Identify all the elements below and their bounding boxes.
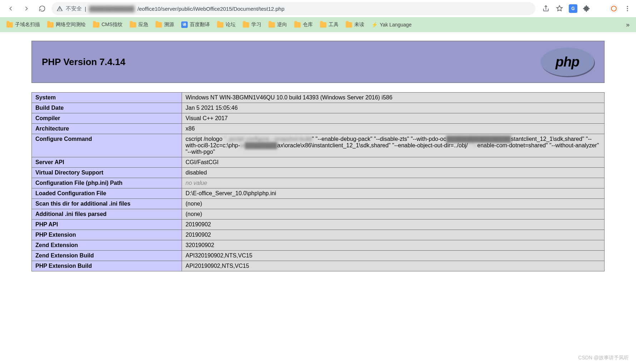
folder-icon [93,22,99,28]
folder-icon [243,22,249,28]
bookmark-item[interactable]: 译百度翻译 [178,20,213,29]
browser-navigation-bar: 不安全 | ████████████ /eoffice10/server/pub… [0,0,636,17]
bookmark-item[interactable]: 学习 [240,20,264,29]
url-host-blurred: ████████████ [89,6,135,12]
phpinfo-key: Scan this dir for additional .ini files [32,199,182,209]
address-bar[interactable]: 不安全 | ████████████ /eoffice10/server/pub… [51,2,535,15]
table-row: Configuration File (php.ini) Pathno valu… [32,178,605,188]
panel-icon[interactable] [596,4,605,13]
folder-icon [156,22,162,28]
phpinfo-value: 20190902 [182,230,605,240]
php-logo: php [541,48,594,76]
folder-icon [47,22,54,28]
phpinfo-value: Windows NT WIN-3BGMN1V46QU 10.0 build 14… [182,93,605,103]
phpinfo-table: SystemWindows NT WIN-3BGMN1V46QU 10.0 bu… [31,92,605,271]
table-row: CompilerVisual C++ 2017 [32,113,605,124]
browser-toolbar-icons: G [542,4,632,13]
phpinfo-key: Virtual Directory Support [32,168,182,178]
bookmark-label: 未读 [354,21,364,28]
bookmarks-bar: 子域名扫描网络空间测绘CMS指纹应急溯源译百度翻译论坛学习逆向仓库工具未读⚡Ya… [0,17,636,32]
table-row: Zend Extension320190902 [32,240,605,251]
phpinfo-value: cscript /nologo "..jscript configure --s… [182,134,605,157]
phpinfo-value: disabled [182,168,605,178]
url-path: /eoffice10/server/public/iWebOffice2015/… [137,6,284,12]
table-row: Scan this dir for additional .ini files(… [32,199,605,209]
bookmark-item[interactable]: 论坛 [214,20,238,29]
bookmark-item[interactable]: 逆向 [266,20,290,29]
table-row: PHP Extension20190902 [32,230,605,240]
phpinfo-value: (none) [182,199,605,209]
google-translate-icon[interactable]: G [569,4,577,13]
bookmark-item[interactable]: 仓库 [291,20,316,29]
phpinfo-value: Visual C++ 2017 [182,113,605,124]
folder-icon [346,22,352,28]
phpinfo-value: no value [182,178,605,188]
table-row: Virtual Directory Supportdisabled [32,168,605,178]
phpinfo-key: Configuration File (php.ini) Path [32,178,182,188]
svg-point-2 [627,10,628,11]
yak-icon: ⚡ [371,22,378,28]
browser-menu-icon[interactable] [623,4,632,13]
phpinfo-key: Zend Extension Build [32,251,182,261]
bookmark-label: 工具 [329,21,339,28]
phpinfo-key: Configure Command [32,134,182,157]
translate-icon: 译 [181,21,188,28]
insecure-warning-icon [56,5,63,12]
table-row: Zend Extension BuildAPI320190902,NTS,VC1… [32,251,605,261]
bookmark-label: CMS指纹 [102,21,123,28]
phpinfo-key: PHP API [32,220,182,230]
bookmark-item[interactable]: 未读 [343,20,367,29]
extensions-icon[interactable] [582,4,591,13]
bookmark-item[interactable]: 工具 [317,20,341,29]
phpinfo-value: API320190902,NTS,VC15 [182,251,605,261]
phpinfo-key: Server API [32,157,182,168]
bookmark-label: 百度翻译 [190,21,210,28]
phpinfo-value: API20190902,NTS,VC15 [182,261,605,271]
back-button[interactable] [4,2,17,15]
forward-button[interactable] [20,2,33,15]
phpinfo-key: Compiler [32,113,182,124]
page-content: PHP Version 7.4.14 php SystemWindows NT … [0,32,636,286]
reload-button[interactable] [36,2,49,15]
folder-icon [294,22,301,28]
phpinfo-key: System [32,93,182,103]
table-row: Additional .ini files parsed(none) [32,209,605,220]
bookmark-item[interactable]: 应急 [127,20,151,29]
folder-icon [130,22,136,28]
bookmark-item[interactable]: ⚡Yak Language [369,20,414,29]
folder-icon [6,22,13,28]
profile-icon[interactable] [610,4,618,13]
phpinfo-key: Build Date [32,103,182,113]
bookmark-item[interactable]: CMS指纹 [90,20,125,29]
table-row: Architecturex86 [32,124,605,134]
bookmark-item[interactable]: 子域名扫描 [4,20,43,29]
phpinfo-value: Jan 5 2021 15:05:46 [182,103,605,113]
phpinfo-key: PHP Extension [32,230,182,240]
bookmark-star-icon[interactable] [555,4,564,13]
table-row: SystemWindows NT WIN-3BGMN1V46QU 10.0 bu… [32,93,605,103]
phpinfo-value: x86 [182,124,605,134]
bookmark-label: 溯源 [164,21,174,28]
folder-icon [268,22,275,28]
table-row: Server APICGI/FastCGI [32,157,605,168]
phpinfo-key: Loaded Configuration File [32,188,182,199]
share-icon[interactable] [542,4,550,13]
bookmark-label: 论坛 [226,21,236,28]
phpinfo-value: 320190902 [182,240,605,251]
phpinfo-key: PHP Extension Build [32,261,182,271]
phpinfo-header: PHP Version 7.4.14 php [31,41,605,83]
phpinfo-value: D:\E-office_Server_10.0\php\php.ini [182,188,605,199]
phpinfo-value: 20190902 [182,220,605,230]
bookmark-label: 子域名扫描 [15,21,40,28]
phpinfo-value: (none) [182,209,605,220]
folder-icon [217,22,223,28]
table-row: Loaded Configuration FileD:\E-office_Ser… [32,188,605,199]
bookmark-label: 网络空间测绘 [56,21,86,28]
phpinfo-key: Zend Extension [32,240,182,251]
bookmark-label: 学习 [251,21,261,28]
bookmark-item[interactable]: 溯源 [153,20,177,29]
bookmark-item[interactable]: 网络空间测绘 [44,20,89,29]
phpinfo-key: Additional .ini files parsed [32,209,182,220]
bookmarks-overflow-button[interactable]: » [623,21,632,29]
url-separator: | [85,6,86,12]
